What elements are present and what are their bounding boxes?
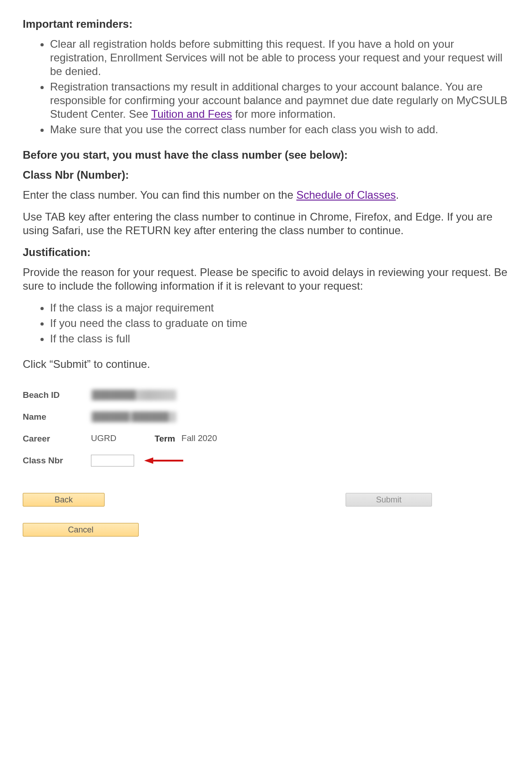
reminder-2: Registration transactions my result in a…	[50, 80, 509, 121]
instructions-body: Important reminders: Clear all registrat…	[23, 17, 509, 371]
name-value: ██████ ██████	[91, 412, 176, 422]
beach-id-value: ███████	[91, 390, 176, 401]
class-nbr-input[interactable]	[91, 455, 134, 467]
justification-list: If the class is a major requirement If y…	[23, 301, 509, 346]
tuition-fees-link[interactable]: Tuition and Fees	[151, 108, 232, 120]
row-name: Name ██████ ██████	[23, 407, 509, 427]
row-beach-id: Beach ID ███████	[23, 386, 509, 405]
justification-bullet-1: If the class is a major requirement	[50, 301, 509, 315]
term-label: Term	[155, 434, 175, 444]
back-button[interactable]: Back	[23, 493, 105, 507]
name-label: Name	[23, 412, 91, 422]
arrow-pointer-icon	[138, 456, 188, 465]
reminder-2-post: for more information.	[232, 108, 336, 120]
class-nbr-heading: Class Nbr (Number):	[23, 168, 509, 182]
beach-id-label: Beach ID	[23, 390, 91, 400]
reminder-3: Make sure that you use the correct class…	[50, 123, 509, 136]
reminder-1: Clear all registration holds before subm…	[50, 37, 509, 78]
important-reminders-heading: Important reminders:	[23, 17, 509, 31]
svg-marker-1	[144, 457, 153, 464]
button-bar: Back Submit Cancel	[23, 493, 509, 537]
row-class-nbr: Class Nbr	[23, 451, 509, 470]
schedule-of-classes-link[interactable]: Schedule of Classes	[296, 189, 396, 201]
career-value: UGRD	[91, 433, 132, 444]
submit-note: Click “Submit” to continue.	[23, 357, 509, 371]
button-row-2: Cancel	[23, 507, 509, 537]
button-row-1: Back Submit	[23, 493, 509, 507]
justification-intro: Provide the reason for your request. Ple…	[23, 266, 509, 293]
justification-heading: Justification:	[23, 246, 509, 259]
class-nbr-intro-pre: Enter the class number. You can find thi…	[23, 189, 296, 201]
tab-key-note: Use TAB key after entering the class num…	[23, 210, 509, 237]
class-nbr-label: Class Nbr	[23, 456, 91, 466]
cancel-button[interactable]: Cancel	[23, 523, 139, 537]
justification-bullet-2: If you need the class to graduate on tim…	[50, 316, 509, 330]
reminders-list: Clear all registration holds before subm…	[23, 37, 509, 136]
before-start-heading: Before you start, you must have the clas…	[23, 148, 509, 162]
justification-bullet-3: If the class is full	[50, 332, 509, 346]
class-nbr-intro: Enter the class number. You can find thi…	[23, 188, 509, 202]
page-container: Important reminders: Clear all registrat…	[0, 0, 532, 783]
class-nbr-intro-post: .	[396, 189, 399, 201]
term-value: Fall 2020	[181, 433, 217, 444]
row-career-term: Career UGRD Term Fall 2020	[23, 429, 509, 448]
submit-button[interactable]: Submit	[346, 493, 432, 507]
student-form: Beach ID ███████ Name ██████ ██████ Care…	[23, 386, 509, 537]
career-label: Career	[23, 434, 91, 444]
